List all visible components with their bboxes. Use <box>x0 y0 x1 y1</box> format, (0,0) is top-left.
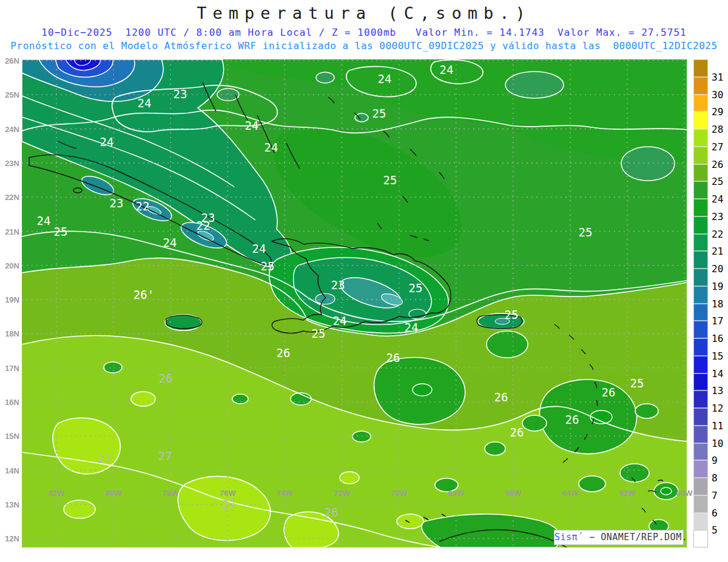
colorbar-cell <box>693 495 708 513</box>
contour-label: 26 <box>386 351 400 364</box>
contour-label: 24 <box>378 72 392 85</box>
contour-label: 25 <box>505 308 519 321</box>
colorbar-cell <box>693 164 708 182</box>
colorbar-cell <box>693 59 708 77</box>
colorbar-label: 21 <box>712 246 728 257</box>
contour-label: 24 <box>100 135 114 149</box>
contour-label: 24 <box>265 141 278 154</box>
lat-tick-label: 18N <box>0 329 19 338</box>
contour-label: 22 <box>197 219 211 232</box>
lat-tick-label: 19N <box>0 295 19 304</box>
lat-tick-label: 24N <box>0 124 19 133</box>
lat-tick-label: 25N <box>0 90 19 99</box>
contour-label: 23 <box>110 196 124 210</box>
contour-label: 22 <box>136 199 150 213</box>
weather-map-page: Temperatura (C,somb.) 10−Dic−2025 1200 U… <box>0 0 728 562</box>
contour-label: 25 <box>261 259 275 273</box>
lat-tick-label: 20N <box>0 261 19 270</box>
contour-label: 27 <box>158 449 172 463</box>
colorbar-cell <box>693 269 708 286</box>
colorbar-label: 24 <box>712 193 728 205</box>
contour-label: 24 <box>333 314 347 327</box>
colorbar-label: 7 <box>712 489 728 501</box>
colorbar-label: 10 <box>712 437 728 449</box>
colorbar-cell <box>693 460 708 478</box>
lat-tick-label: 12N <box>0 534 19 543</box>
colorbar-cell <box>693 321 708 338</box>
colorbar-label: 28 <box>712 124 728 135</box>
colorbar-cell <box>693 356 708 373</box>
colorbar-cell <box>693 286 708 304</box>
contour-label: 25 <box>630 376 644 390</box>
contour-label: 25 <box>372 107 386 120</box>
lat-tick-label: 16N <box>0 398 19 407</box>
contour-label: 23 <box>331 278 345 292</box>
colorbar-label: 31 <box>712 71 728 82</box>
lat-tick-label: 14N <box>0 466 19 475</box>
credit-org: − ONAMET/REP.DOM. <box>584 532 688 543</box>
colorbar-label: 20 <box>712 263 728 275</box>
colorbar-cell <box>693 426 708 443</box>
lat-tick-label: 13N <box>0 500 19 509</box>
colorbar-cell <box>693 408 708 426</box>
colorbar-label: 19 <box>712 280 728 292</box>
lat-tick-label: 23N <box>0 158 19 167</box>
lat-tick-label: 15N <box>0 432 19 441</box>
colorbar-cell <box>693 147 708 164</box>
contour-label: 25 <box>579 226 593 239</box>
credit-sis: Sis <box>554 532 572 543</box>
colorbar-label: 30 <box>712 89 728 100</box>
colorbar-cell <box>693 373 708 391</box>
contour-label: 26 <box>325 506 339 519</box>
colorbar-label: 5 <box>712 524 728 536</box>
colorbar-cell <box>693 513 708 530</box>
contour-label: 26 <box>565 413 579 426</box>
credit-badge: Sisπ´ − ONAMET/REP.DOM. <box>554 530 684 545</box>
colorbar-cell <box>693 199 708 216</box>
colorbar-label: 29 <box>712 106 728 118</box>
contour-label: 24 <box>138 96 152 110</box>
colorbar-label: 8 <box>712 472 728 484</box>
contour-label: 23 <box>174 87 187 101</box>
colorbar-label: 25 <box>712 176 728 187</box>
colorbar-label: 17 <box>712 315 728 327</box>
page-title: Temperatura (C,somb.) <box>0 4 728 22</box>
credit-pi-logo: π´ <box>572 532 584 543</box>
contour-label: 27 <box>98 452 112 466</box>
contour-label: 26 <box>159 372 173 385</box>
lat-tick-label: 26N <box>0 56 19 65</box>
colorbar-cell <box>693 181 708 199</box>
colorbar-cell <box>693 95 708 112</box>
colorbar-label: 16 <box>712 333 728 344</box>
colorbar: 3130292827262524232221201918171615141312… <box>693 59 728 547</box>
colorbar-label: 22 <box>712 228 728 239</box>
colorbar-cell <box>693 443 708 461</box>
colorbar-cell <box>693 251 708 269</box>
contour-label: 24 <box>245 119 259 132</box>
colorbar-cell <box>693 216 708 234</box>
contour-label: 27 <box>222 498 236 511</box>
contour-label: 26 <box>277 346 291 360</box>
colorbar-cell <box>693 304 708 321</box>
contour-label: 24 <box>440 63 454 76</box>
contour-label: 24 <box>252 242 266 255</box>
contour-label: 25 <box>383 173 397 187</box>
colorbar-cell <box>693 338 708 356</box>
colorbar-cell <box>693 234 708 252</box>
colorbar-label: 14 <box>712 367 728 379</box>
colorbar-label: 18 <box>712 298 728 309</box>
contour-label: 26 <box>510 426 524 439</box>
colorbar-label: 15 <box>712 350 728 361</box>
colorbar-label: 9 <box>712 455 728 466</box>
colorbar-label: 27 <box>712 141 728 152</box>
colorbar-cell <box>693 112 708 129</box>
lat-tick-label: 17N <box>0 363 19 372</box>
subtitle-line2: Pronóstico con el Modelo Atmósferico WRF… <box>0 40 728 52</box>
contour-label: 26 <box>602 386 616 399</box>
colorbar-cell <box>693 530 708 547</box>
lat-tick-label: 21N <box>0 227 19 236</box>
colorbar-cell <box>693 129 708 147</box>
colorbar-label: 23 <box>712 210 728 222</box>
contour-label: 25 <box>312 327 326 340</box>
colorbar-label: 11 <box>712 420 728 431</box>
